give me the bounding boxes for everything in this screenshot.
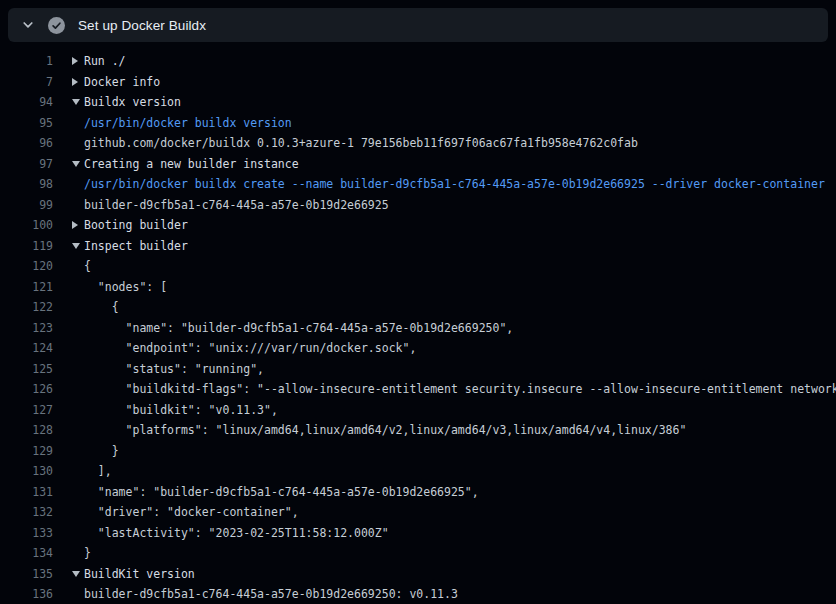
group-expanded-icon[interactable] xyxy=(72,99,80,105)
line-number[interactable]: 119 xyxy=(0,239,53,253)
line-number[interactable]: 135 xyxy=(0,567,53,581)
log-line-text: { xyxy=(53,300,836,314)
log-group-row[interactable]: 94 Buildx version xyxy=(0,92,836,113)
log-line-text: "buildkit": "v0.11.3", xyxy=(53,403,836,417)
step-title: Set up Docker Buildx xyxy=(78,18,206,33)
log-line-text: Run ./ xyxy=(53,54,836,68)
line-number[interactable]: 131 xyxy=(0,485,53,499)
line-number[interactable]: 123 xyxy=(0,321,53,335)
chevron-down-icon[interactable] xyxy=(21,18,35,32)
log-row: 123 "name": "builder-d9cfb5a1-c764-445a-… xyxy=(0,318,836,339)
log-line-text: Creating a new builder instance xyxy=(53,157,836,171)
log-line-text: BuildKit version xyxy=(53,567,836,581)
log-line-text: Buildx version xyxy=(53,95,836,109)
log-line-text: Docker info xyxy=(53,75,836,89)
line-number[interactable]: 130 xyxy=(0,464,53,478)
log-line-text: ], xyxy=(53,464,836,478)
log-row: 120 { xyxy=(0,256,836,277)
log-row: 132 "driver": "docker-container", xyxy=(0,502,836,523)
line-number[interactable]: 126 xyxy=(0,382,53,396)
line-number[interactable]: 122 xyxy=(0,300,53,314)
line-number[interactable]: 94 xyxy=(0,95,53,109)
log-row: 122 { xyxy=(0,297,836,318)
log-row: 96 github.com/docker/buildx 0.10.3+azure… xyxy=(0,133,836,154)
actions-log-viewer: Set up Docker Buildx 1 Run ./ 7 Docker i… xyxy=(0,0,836,604)
line-number[interactable]: 99 xyxy=(0,198,53,212)
line-number[interactable]: 1 xyxy=(0,54,53,68)
log-line-text: "endpoint": "unix:///var/run/docker.sock… xyxy=(53,341,836,355)
log-row: 130 ], xyxy=(0,461,836,482)
line-number[interactable]: 100 xyxy=(0,218,53,232)
log-line-text: } xyxy=(53,546,836,560)
log-row: 134 } xyxy=(0,543,836,564)
log-line-text: Inspect builder xyxy=(53,239,836,253)
log-line-text: "lastActivity": "2023-02-25T11:58:12.000… xyxy=(53,526,836,540)
log-line-text: "nodes": [ xyxy=(53,280,836,294)
group-expanded-icon[interactable] xyxy=(72,243,80,249)
log-line-text: } xyxy=(53,444,836,458)
log-line-text: "buildkitd-flags": "--allow-insecure-ent… xyxy=(53,382,836,396)
log-line-text: "driver": "docker-container", xyxy=(53,505,836,519)
log-row: 99 builder-d9cfb5a1-c764-445a-a57e-0b19d… xyxy=(0,195,836,216)
log-row: 128 "platforms": "linux/amd64,linux/amd6… xyxy=(0,420,836,441)
log-row: 124 "endpoint": "unix:///var/run/docker.… xyxy=(0,338,836,359)
line-number[interactable]: 95 xyxy=(0,116,53,130)
line-number[interactable]: 97 xyxy=(0,157,53,171)
line-number[interactable]: 132 xyxy=(0,505,53,519)
line-number[interactable]: 127 xyxy=(0,403,53,417)
log-group-row[interactable]: 1 Run ./ xyxy=(0,51,836,72)
log-row: 131 "name": "builder-d9cfb5a1-c764-445a-… xyxy=(0,482,836,503)
line-number[interactable]: 7 xyxy=(0,75,53,89)
line-number[interactable]: 133 xyxy=(0,526,53,540)
log-line-text: "name": "builder-d9cfb5a1-c764-445a-a57e… xyxy=(53,485,836,499)
log-row: 136 builder-d9cfb5a1-c764-445a-a57e-0b19… xyxy=(0,584,836,604)
group-expanded-icon[interactable] xyxy=(72,571,80,577)
log-line-text: Booting builder xyxy=(53,218,836,232)
log-group-row[interactable]: 119 Inspect builder xyxy=(0,236,836,257)
line-number[interactable]: 128 xyxy=(0,423,53,437)
log-line-text: builder-d9cfb5a1-c764-445a-a57e-0b19d2e6… xyxy=(53,198,836,212)
log-group-row[interactable]: 100 Booting builder xyxy=(0,215,836,236)
log-group-row[interactable]: 97 Creating a new builder instance xyxy=(0,154,836,175)
line-number[interactable]: 98 xyxy=(0,177,53,191)
log-line-text: "platforms": "linux/amd64,linux/amd64/v2… xyxy=(53,423,836,437)
log-row: 121 "nodes": [ xyxy=(0,277,836,298)
log-line-text: /usr/bin/docker buildx create --name bui… xyxy=(53,177,836,191)
log-line-text: builder-d9cfb5a1-c764-445a-a57e-0b19d2e6… xyxy=(53,587,836,601)
group-expanded-icon[interactable] xyxy=(72,161,80,167)
log-group-row[interactable]: 7 Docker info xyxy=(0,72,836,93)
log-row: 129 } xyxy=(0,441,836,462)
line-number[interactable]: 124 xyxy=(0,341,53,355)
line-number[interactable]: 120 xyxy=(0,259,53,273)
log-row: 125 "status": "running", xyxy=(0,359,836,380)
step-header[interactable]: Set up Docker Buildx xyxy=(8,8,828,42)
log-line-text: github.com/docker/buildx 0.10.3+azure-1 … xyxy=(53,136,836,150)
line-number[interactable]: 134 xyxy=(0,546,53,560)
line-number[interactable]: 121 xyxy=(0,280,53,294)
log-row: 127 "buildkit": "v0.11.3", xyxy=(0,400,836,421)
log-row: 95 /usr/bin/docker buildx version xyxy=(0,113,836,134)
log-line-text: "status": "running", xyxy=(53,362,836,376)
group-collapsed-icon[interactable] xyxy=(72,78,78,86)
line-number[interactable]: 136 xyxy=(0,587,53,601)
group-collapsed-icon[interactable] xyxy=(72,221,78,229)
log-line-text: "name": "builder-d9cfb5a1-c764-445a-a57e… xyxy=(53,321,836,335)
line-number[interactable]: 125 xyxy=(0,362,53,376)
group-collapsed-icon[interactable] xyxy=(72,57,78,65)
line-number[interactable]: 129 xyxy=(0,444,53,458)
log-group-row[interactable]: 135 BuildKit version xyxy=(0,564,836,585)
log-row: 98 /usr/bin/docker buildx create --name … xyxy=(0,174,836,195)
log-row: 126 "buildkitd-flags": "--allow-insecure… xyxy=(0,379,836,400)
log-row: 133 "lastActivity": "2023-02-25T11:58:12… xyxy=(0,523,836,544)
log-line-text: /usr/bin/docker buildx version xyxy=(53,116,836,130)
check-circle-icon xyxy=(48,17,65,34)
line-number[interactable]: 96 xyxy=(0,136,53,150)
log-line-text: { xyxy=(53,259,836,273)
log-panel: 1 Run ./ 7 Docker info 94 Buildx version… xyxy=(0,51,836,604)
